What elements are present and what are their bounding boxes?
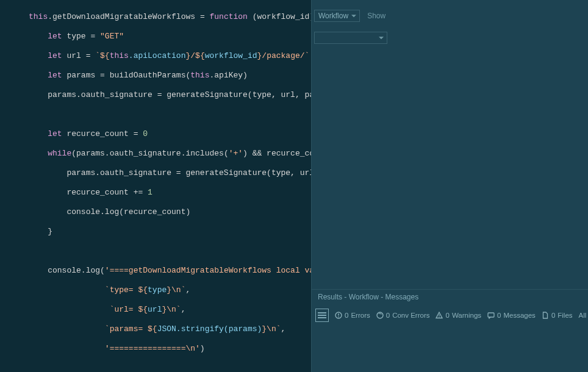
file-icon: [542, 312, 549, 319]
token: (workflow_id){: [248, 12, 311, 21]
token: '+': [229, 149, 243, 158]
token: console.log(: [48, 266, 105, 275]
files-stat[interactable]: 0 Files: [542, 312, 573, 319]
conv-error-icon: [376, 312, 384, 319]
token: params.oauth_signature = generateSignatu…: [48, 90, 311, 99]
token: workflow_id: [205, 51, 257, 60]
token: .getDownloadMigratableWorkflows =: [48, 12, 209, 21]
messages-count: 0: [497, 312, 501, 319]
warnings-count: 0: [445, 312, 449, 319]
token: ,: [281, 324, 286, 334]
token: while: [48, 149, 71, 158]
svg-point-5: [439, 317, 440, 317]
token: 1: [148, 188, 152, 197]
token: ) && recurce_count <: [243, 149, 311, 158]
show-link[interactable]: Show: [367, 12, 385, 20]
conv-errors-label: Conv Errors: [392, 312, 429, 319]
token: '====getDownloadMigratableWorkflows loca…: [105, 266, 311, 275]
token: `${: [95, 51, 109, 60]
message-icon: [487, 312, 495, 319]
token: url: [148, 305, 162, 314]
secondary-dropdown[interactable]: [314, 32, 387, 44]
files-label: Files: [558, 312, 572, 319]
token: }\n`: [162, 305, 181, 314]
token: url =: [62, 51, 96, 60]
token: params = buildOauthParams(: [62, 71, 191, 80]
results-list-icon[interactable]: [315, 309, 329, 322]
code-editor[interactable]: this.getDownloadMigratableWorkflows = fu…: [0, 0, 311, 372]
token: let: [48, 51, 62, 60]
token: "GET": [100, 32, 124, 41]
token: }\n`: [262, 324, 281, 334]
conv-errors-count: 0: [386, 312, 390, 319]
token: .apiKey): [209, 71, 247, 80]
token: type: [148, 285, 167, 295]
token: console.log(recurce_count): [66, 207, 190, 216]
messages-stat[interactable]: 0 Messages: [487, 312, 536, 319]
token: let: [48, 71, 62, 80]
token: recurce_count =: [62, 129, 143, 138]
token: }/package/`: [257, 51, 310, 60]
token: (params.oauth_signature.includes(: [71, 149, 228, 158]
token: `type= ${: [105, 285, 148, 295]
svg-point-2: [338, 317, 339, 318]
results-panel-title: Results - Workflow - Messages: [312, 290, 588, 306]
token: }: [48, 227, 52, 236]
workflow-dropdown[interactable]: Workflow: [314, 10, 360, 22]
token: `url= ${: [110, 305, 148, 314]
messages-label: Messages: [503, 312, 535, 319]
all-filter[interactable]: All: [579, 312, 587, 319]
errors-count: 0: [345, 312, 348, 319]
token: type =: [62, 32, 100, 41]
token: this: [29, 12, 48, 21]
token: ,: [181, 305, 186, 314]
token: let: [48, 32, 62, 41]
warning-icon: [436, 312, 443, 319]
token: }/${: [185, 51, 204, 60]
all-label: All: [579, 312, 587, 319]
token: function: [209, 12, 247, 21]
errors-stat[interactable]: 0 Errors: [335, 312, 370, 319]
token: this: [110, 51, 129, 60]
token: params.oauth_signature = generateSignatu…: [66, 168, 311, 177]
token: 0: [143, 129, 148, 138]
error-icon: [335, 312, 342, 319]
token: this: [190, 71, 209, 80]
status-bar: 0 Errors 0 Conv Errors 0 Warnings 0 Mess…: [312, 306, 588, 325]
token: .apiLocation: [129, 51, 186, 60]
conv-errors-stat[interactable]: 0 Conv Errors: [376, 312, 430, 319]
warnings-stat[interactable]: 0 Warnings: [436, 312, 481, 319]
token: ): [200, 344, 205, 353]
svg-rect-6: [488, 313, 494, 317]
files-count: 0: [551, 312, 555, 319]
token: ,: [185, 285, 190, 295]
warnings-label: Warnings: [452, 312, 481, 319]
token: `params= ${: [105, 324, 157, 334]
token: recurce_count +=: [66, 188, 148, 197]
errors-label: Errors: [351, 312, 370, 319]
token: '================\n': [105, 344, 200, 353]
token: }\n`: [167, 285, 185, 295]
token: JSON.stringify(params): [157, 324, 262, 334]
token: let: [48, 129, 62, 138]
